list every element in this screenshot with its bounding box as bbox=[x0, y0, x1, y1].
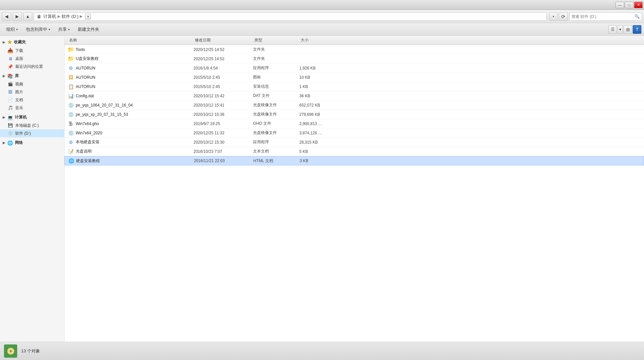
file-name: 硬盘安装教程 bbox=[76, 158, 100, 164]
col-header-size[interactable]: 大小 bbox=[299, 36, 339, 45]
file-size-cell: 28,315 KB bbox=[299, 140, 339, 145]
view-toggle-button[interactable]: ☰ bbox=[608, 25, 617, 34]
sidebar-item-download[interactable]: 📥 下载 bbox=[0, 47, 64, 55]
sidebar-item-desktop[interactable]: 🖥 桌面 bbox=[0, 55, 64, 63]
view-dropdown-button[interactable]: ▾ bbox=[618, 25, 623, 34]
file-date-cell: 2020/12/25 14:52 bbox=[193, 47, 253, 52]
file-type-icon: 💿 bbox=[68, 102, 74, 108]
sidebar-item-drive-d[interactable]: 💿 软件 (D:) bbox=[0, 129, 64, 137]
file-type-icon: 🗜 bbox=[68, 121, 74, 127]
table-row[interactable]: ⚙ AUTORUN 2016/1/8 4:54 应用程序 1,926 KB bbox=[64, 64, 644, 73]
video-icon: 🎬 bbox=[7, 81, 13, 87]
table-row[interactable]: 🖼 AUTORUN 2015/5/10 2:45 图标 10 KB bbox=[64, 73, 644, 82]
table-row[interactable]: 📊 Config.dat 2020/10/12 15:42 DAT 文件 36 … bbox=[64, 91, 644, 101]
file-name-cell: 📝 光盘说明 bbox=[68, 149, 193, 155]
library-dropdown-icon: ▾ bbox=[49, 28, 50, 31]
minimize-button[interactable]: — bbox=[616, 2, 624, 8]
table-row[interactable]: 📋 AUTORUN 2015/5/10 2:45 安装信息 1 KB bbox=[64, 82, 644, 91]
path-dropdown[interactable]: ▾ bbox=[549, 12, 557, 21]
network-toggle-icon: ▶ bbox=[3, 141, 5, 145]
table-row[interactable]: 📁 U盘安装教程 2020/12/25 14:52 文件夹 bbox=[64, 54, 644, 64]
maximize-button[interactable]: □ bbox=[625, 2, 633, 8]
refresh-button[interactable]: ⟳ bbox=[559, 12, 568, 21]
file-type-icon: 💿 bbox=[68, 112, 74, 117]
search-input[interactable] bbox=[572, 14, 634, 19]
organize-button[interactable]: 组织 ▾ bbox=[3, 25, 21, 34]
include-library-button[interactable]: 包含到库中 ▾ bbox=[22, 25, 54, 34]
table-row[interactable]: 📝 光盘说明 2016/10/23 7:07 文本文档 5 KB bbox=[64, 147, 644, 156]
file-type-cell: 安装信息 bbox=[253, 84, 299, 89]
file-name-cell: 📋 AUTORUN bbox=[68, 84, 193, 90]
address-bar: ◀ ▶ ▲ 🖥 计算机 ▶ 软件 (D:) ▶ ▾ ▾ ⟳ 🔍 bbox=[0, 10, 644, 23]
sidebar-section-computer-header[interactable]: ▶ 💻 计算机 bbox=[0, 113, 64, 121]
table-row[interactable]: 💿 pe_yqs_xp_20_07_31_15_53 2020/10/12 15… bbox=[64, 110, 644, 119]
share-button[interactable]: 共享 ▾ bbox=[55, 25, 73, 34]
search-icon[interactable]: 🔍 bbox=[634, 14, 640, 19]
file-type-cell: GHO 文件 bbox=[253, 121, 299, 126]
preview-pane-button[interactable]: ▤ bbox=[623, 25, 632, 34]
status-bar: 📀 13 个对象 bbox=[0, 342, 644, 360]
favorites-toggle-icon: ▶ bbox=[3, 40, 5, 44]
file-list: 📁 Tools 2020/12/25 14:52 文件夹 📁 U盘安装教程 20… bbox=[64, 45, 644, 342]
sidebar-section-computer: ▶ 💻 计算机 💾 本地磁盘 (C:) 💿 软件 (D:) bbox=[0, 113, 64, 137]
file-date-cell: 2015/5/10 2:45 bbox=[193, 84, 253, 89]
sidebar-item-recent[interactable]: 📌 最近访问的位置 bbox=[0, 63, 64, 70]
music-icon: 🎵 bbox=[7, 105, 13, 111]
file-date-cell: 2016/1/8 4:54 bbox=[193, 66, 253, 70]
network-icon: 🌐 bbox=[7, 140, 13, 146]
file-type-cell: HTML 文档 bbox=[253, 158, 300, 164]
table-row[interactable]: 💿 pe_yqs_1064_20_07_31_16_04 2020/10/12 … bbox=[64, 101, 644, 110]
breadcrumb-drive[interactable]: 软件 (D:) bbox=[62, 14, 78, 20]
col-header-type[interactable]: 类型 bbox=[253, 36, 299, 45]
organize-dropdown-icon: ▾ bbox=[16, 28, 18, 31]
file-type-icon: 🌐 bbox=[68, 158, 74, 164]
sidebar-item-drive-c[interactable]: 💾 本地磁盘 (C:) bbox=[0, 121, 64, 129]
help-button[interactable]: ? bbox=[633, 25, 641, 34]
view-buttons: ☰ ▾ ▤ bbox=[608, 25, 632, 34]
file-type-icon: 💿 bbox=[68, 130, 74, 136]
col-header-name[interactable]: 名称 bbox=[68, 36, 193, 45]
title-bar-buttons: — □ ✕ bbox=[616, 2, 643, 8]
table-row[interactable]: 📁 Tools 2020/12/25 14:52 文件夹 bbox=[64, 45, 644, 54]
library-icon: 📚 bbox=[7, 73, 13, 79]
sidebar-item-music[interactable]: 🎵 音乐 bbox=[0, 104, 64, 112]
sidebar-item-docs[interactable]: 📄 文档 bbox=[0, 96, 64, 104]
table-row[interactable]: 🗜 Win7x64.gho 2019/9/7 19:25 GHO 文件 2,90… bbox=[64, 119, 644, 128]
breadcrumb-sep-1: ▶ bbox=[58, 14, 60, 19]
col-header-date[interactable]: 修改日期 bbox=[193, 36, 253, 45]
back-button[interactable]: ◀ bbox=[2, 12, 11, 21]
breadcrumb-computer[interactable]: 计算机 bbox=[43, 14, 56, 20]
docs-icon: 📄 bbox=[7, 97, 13, 103]
breadcrumb-dropdown[interactable]: ▾ bbox=[85, 14, 91, 20]
table-row[interactable]: 🌐 硬盘安装教程 2016/11/21 22:03 HTML 文档 3 KB bbox=[64, 156, 644, 165]
file-type-icon: 📁 bbox=[68, 56, 74, 62]
file-date-cell: 2020/10/12 15:42 bbox=[193, 94, 253, 98]
file-type-icon: ⚙ bbox=[68, 65, 74, 71]
file-date-cell: 2015/5/10 2:45 bbox=[193, 75, 253, 80]
sidebar-section-library-header[interactable]: ▶ 📚 库 bbox=[0, 72, 64, 80]
file-size-cell: 36 KB bbox=[299, 94, 339, 98]
sidebar-item-video[interactable]: 🎬 视频 bbox=[0, 80, 64, 88]
file-date-cell: 2020/10/12 15:30 bbox=[193, 140, 253, 145]
file-name: AUTORUN bbox=[76, 84, 95, 89]
sidebar-section-favorites-header[interactable]: ▶ ★ 收藏夹 bbox=[0, 38, 64, 47]
file-date-cell: 2020/12/25 14:52 bbox=[193, 57, 253, 61]
file-date-cell: 2016/11/21 22:03 bbox=[194, 158, 253, 163]
sidebar-section-network-header[interactable]: ▶ 🌐 网络 bbox=[0, 139, 64, 147]
file-date-cell: 2019/9/7 19:25 bbox=[193, 121, 253, 126]
search-box[interactable]: 🔍 bbox=[569, 12, 642, 21]
forward-button[interactable]: ▶ bbox=[13, 12, 22, 21]
file-type-cell: 图标 bbox=[253, 74, 299, 80]
file-name: 光盘说明 bbox=[76, 149, 92, 154]
file-size-cell: 1,926 KB bbox=[299, 66, 339, 70]
table-row[interactable]: 💿 Win7x64_2020 2020/12/25 11:32 光盘映像文件 3… bbox=[64, 128, 644, 138]
breadcrumb-bar[interactable]: 🖥 计算机 ▶ 软件 (D:) ▶ ▾ bbox=[34, 12, 547, 21]
close-button[interactable]: ✕ bbox=[634, 2, 643, 8]
sidebar-item-images[interactable]: 🖼 图片 bbox=[0, 88, 64, 96]
status-object-count: 13 个对象 bbox=[21, 348, 40, 354]
file-size-cell: 279,696 KB bbox=[299, 112, 339, 117]
new-folder-button[interactable]: 新建文件夹 bbox=[74, 25, 103, 34]
file-type-icon: 📊 bbox=[68, 93, 74, 99]
up-button[interactable]: ▲ bbox=[23, 12, 32, 21]
table-row[interactable]: ⚙ 本地硬盘安装 2020/10/12 15:30 应用程序 28,315 KB bbox=[64, 138, 644, 147]
